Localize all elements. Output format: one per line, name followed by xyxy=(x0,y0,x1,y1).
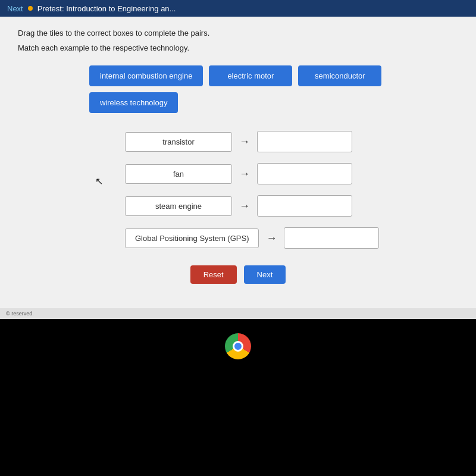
footer-text: © reserved. xyxy=(0,308,476,319)
top-bar: Next Pretest: Introduction to Engineerin… xyxy=(0,0,476,17)
next-button[interactable]: Next xyxy=(244,265,286,284)
top-bar-dot-icon xyxy=(28,6,33,11)
match-source-steam: steam engine xyxy=(125,196,232,216)
top-bar-next-label[interactable]: Next xyxy=(7,4,23,13)
match-row-fan: fan → xyxy=(125,163,434,184)
match-target-gps[interactable] xyxy=(284,227,379,249)
tile-internal-combustion-engine[interactable]: internal combustion engine xyxy=(89,65,203,86)
match-target-fan[interactable] xyxy=(257,163,352,184)
arrow-icon-gps: → xyxy=(266,232,277,245)
match-target-steam[interactable] xyxy=(257,195,352,217)
black-bar xyxy=(0,315,476,476)
arrow-icon-steam: → xyxy=(239,200,250,212)
arrow-icon-fan: → xyxy=(239,168,250,180)
matching-area: transistor → fan → steam engine → Global… xyxy=(18,131,458,249)
tile-electric-motor[interactable]: electric motor xyxy=(209,65,292,86)
match-row-steam: steam engine → xyxy=(125,195,434,217)
chrome-icon[interactable] xyxy=(225,333,251,359)
bottom-buttons: Reset Next xyxy=(18,265,458,284)
content-area: Drag the tiles to the correct boxes to c… xyxy=(0,17,476,308)
instruction-line1: Drag the tiles to the correct boxes to c… xyxy=(18,29,458,37)
match-source-transistor: transistor xyxy=(125,132,232,152)
match-source-gps: Global Positioning System (GPS) xyxy=(125,228,259,248)
tiles-area: internal combustion engine electric moto… xyxy=(18,65,458,113)
match-row-gps: Global Positioning System (GPS) → xyxy=(125,227,434,249)
match-target-transistor[interactable] xyxy=(257,131,352,152)
match-source-fan: fan xyxy=(125,164,232,184)
top-bar-title: Pretest: Introduction to Engineering an.… xyxy=(37,4,176,13)
reset-button[interactable]: Reset xyxy=(190,265,237,284)
chrome-inner-circle xyxy=(233,341,243,352)
screen: Next Pretest: Introduction to Engineerin… xyxy=(0,0,476,315)
instruction-line2: Match each example to the respective tec… xyxy=(18,43,458,52)
match-row-transistor: transistor → xyxy=(125,131,434,152)
tile-wireless-technology[interactable]: wireless technology xyxy=(89,92,178,113)
arrow-icon-transistor: → xyxy=(239,136,250,148)
tile-semiconductor[interactable]: semiconductor xyxy=(298,65,381,86)
